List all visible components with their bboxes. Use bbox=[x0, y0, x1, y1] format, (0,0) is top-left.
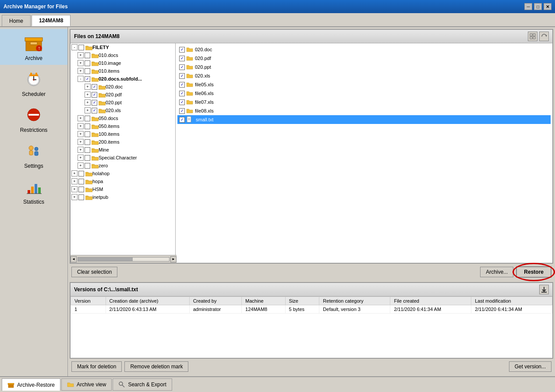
table-row[interactable]: 1 2/11/2020 6:43:13 AM administrator 124… bbox=[71, 305, 552, 314]
checkbox-020xls[interactable] bbox=[92, 108, 97, 113]
tree-node-010docs[interactable]: + 010.docs bbox=[71, 51, 175, 59]
checkbox-020pdf[interactable] bbox=[92, 92, 97, 98]
file-item-file05xls[interactable]: file05.xls bbox=[177, 80, 551, 89]
file-checkbox-file06xls[interactable] bbox=[179, 91, 185, 96]
close-button[interactable]: ✕ bbox=[544, 3, 551, 10]
status-tab-archive-restore[interactable]: Archive-Restore bbox=[2, 378, 60, 391]
expand-020subfolder[interactable]: - bbox=[78, 76, 84, 82]
clear-selection-button[interactable]: Clear selection bbox=[71, 267, 117, 277]
expand-020pdf[interactable]: + bbox=[85, 92, 91, 98]
expand-special[interactable]: + bbox=[78, 155, 84, 161]
sidebar-item-statistics[interactable]: Statistics bbox=[0, 173, 67, 208]
expand-mine[interactable]: + bbox=[78, 147, 84, 153]
expand-holahop[interactable]: + bbox=[71, 170, 78, 177]
file-checkbox-020pdf[interactable] bbox=[179, 56, 185, 61]
expand-010docs[interactable]: + bbox=[78, 52, 84, 58]
file-item-file07xls[interactable]: file07.xls bbox=[177, 98, 551, 106]
expand-020doc[interactable]: + bbox=[85, 84, 91, 90]
file-item-020ppt[interactable]: 020.ppt bbox=[177, 63, 551, 71]
checkbox-020subfolder[interactable] bbox=[85, 76, 90, 82]
checkbox-010items[interactable] bbox=[85, 68, 90, 74]
checkbox-hsm[interactable] bbox=[78, 187, 84, 192]
tree-node-020subfolder[interactable]: - 020.docs.subfold... bbox=[71, 75, 175, 83]
sidebar-item-restrictions[interactable]: Restrictions bbox=[0, 101, 67, 137]
tree-pane[interactable]: - FILETY + bbox=[71, 43, 176, 255]
tree-node-mine[interactable]: + Mine bbox=[71, 146, 175, 154]
scroll-track[interactable] bbox=[78, 257, 170, 261]
mark-deletion-button[interactable]: Mark for deletion bbox=[71, 361, 122, 372]
panel-view-icon[interactable] bbox=[528, 32, 537, 41]
checkbox-hopa[interactable] bbox=[78, 179, 84, 184]
file-item-file08xls[interactable]: file08.xls bbox=[177, 106, 551, 115]
file-item-020pdf[interactable]: 020.pdf bbox=[177, 54, 551, 63]
remove-deletion-button[interactable]: Remove deletion mark bbox=[124, 361, 188, 372]
file-checkbox-file08xls[interactable] bbox=[179, 108, 185, 114]
versions-download-button[interactable] bbox=[539, 285, 549, 294]
tree-node-special[interactable]: + Special.Character bbox=[71, 154, 175, 162]
tab-home[interactable]: Home bbox=[2, 15, 31, 26]
get-version-button[interactable]: Get version... bbox=[509, 361, 551, 372]
tab-124mam8[interactable]: 124MAM8 bbox=[32, 15, 71, 26]
tree-node-020xls[interactable]: + 020.xls bbox=[71, 106, 175, 114]
checkbox-zero[interactable] bbox=[85, 163, 90, 169]
tree-hscrollbar[interactable]: ◄ ► bbox=[71, 255, 177, 263]
maximize-button[interactable]: □ bbox=[534, 3, 542, 10]
checkbox-020ppt[interactable] bbox=[92, 100, 97, 106]
checkbox-filety[interactable] bbox=[78, 45, 84, 50]
tree-node-zero[interactable]: + zero bbox=[71, 162, 175, 170]
checkbox-100items[interactable] bbox=[85, 131, 90, 137]
tree-node-filety[interactable]: - FILETY bbox=[71, 43, 175, 51]
scroll-left-btn[interactable]: ◄ bbox=[71, 256, 77, 262]
expand-hsm[interactable]: + bbox=[71, 186, 78, 192]
archive-button[interactable]: Archive... bbox=[480, 267, 513, 277]
file-item-smalltxt[interactable]: small.txt bbox=[177, 115, 551, 124]
minimize-button[interactable]: ─ bbox=[524, 3, 532, 10]
tree-node-050docs[interactable]: + 050.docs bbox=[71, 114, 175, 122]
scroll-right-btn[interactable]: ► bbox=[170, 256, 177, 262]
file-list-pane[interactable]: 020.doc 020.pdf bbox=[176, 43, 552, 255]
file-checkbox-020doc[interactable] bbox=[179, 47, 185, 53]
tree-node-050items[interactable]: + 050.items bbox=[71, 122, 175, 130]
tree-node-hsm[interactable]: + HSM bbox=[71, 185, 175, 193]
file-item-020doc[interactable]: 020.doc bbox=[177, 45, 551, 54]
checkbox-010docs[interactable] bbox=[85, 53, 90, 58]
expand-100items[interactable]: + bbox=[78, 131, 84, 137]
checkbox-200items[interactable] bbox=[85, 139, 90, 145]
expand-020ppt[interactable]: + bbox=[85, 99, 91, 106]
expand-200items[interactable]: + bbox=[78, 139, 84, 145]
checkbox-holahop[interactable] bbox=[78, 171, 84, 177]
file-checkbox-file07xls[interactable] bbox=[179, 99, 185, 105]
expand-010image[interactable]: + bbox=[78, 60, 84, 66]
tree-node-200items[interactable]: + 200.items bbox=[71, 138, 175, 146]
scroll-thumb[interactable] bbox=[78, 258, 133, 261]
checkbox-inetpub[interactable] bbox=[78, 194, 84, 200]
file-item-file06xls[interactable]: file06.xls bbox=[177, 89, 551, 98]
checkbox-010image[interactable] bbox=[85, 60, 90, 66]
checkbox-mine[interactable] bbox=[85, 147, 90, 153]
file-checkbox-file05xls[interactable] bbox=[179, 82, 185, 88]
restore-button[interactable]: Restore bbox=[516, 266, 551, 278]
tree-node-hopa[interactable]: + hopa bbox=[71, 177, 175, 185]
expand-020xls[interactable]: + bbox=[85, 107, 91, 113]
expand-hopa[interactable]: + bbox=[71, 178, 78, 184]
panel-refresh-icon[interactable] bbox=[539, 32, 549, 41]
sidebar-item-settings[interactable]: Settings bbox=[0, 137, 67, 173]
expand-010items[interactable]: + bbox=[78, 68, 84, 74]
tree-node-010items[interactable]: + 010.items bbox=[71, 67, 175, 75]
file-checkbox-smalltxt[interactable] bbox=[179, 117, 185, 123]
expand-zero[interactable]: + bbox=[78, 162, 84, 169]
tree-node-010image[interactable]: + 010.image bbox=[71, 59, 175, 67]
tree-node-020ppt[interactable]: + 020.ppt bbox=[71, 99, 175, 106]
file-item-020xls[interactable]: 020.xls bbox=[177, 71, 551, 80]
sidebar-item-archive[interactable]: ↑ Archive bbox=[0, 29, 67, 65]
checkbox-special[interactable] bbox=[85, 155, 90, 161]
tree-node-020doc[interactable]: + 020.doc bbox=[71, 83, 175, 91]
checkbox-050docs[interactable] bbox=[85, 116, 90, 121]
tree-node-holahop[interactable]: + holahop bbox=[71, 170, 175, 177]
tree-node-inetpub[interactable]: + inetpub bbox=[71, 193, 175, 201]
expand-050items[interactable]: + bbox=[78, 123, 84, 129]
checkbox-020doc[interactable] bbox=[92, 84, 97, 90]
expand-050docs[interactable]: + bbox=[78, 115, 84, 121]
sidebar-item-scheduler[interactable]: Scheduler bbox=[0, 65, 67, 101]
tree-node-100items[interactable]: + 100.items bbox=[71, 130, 175, 138]
